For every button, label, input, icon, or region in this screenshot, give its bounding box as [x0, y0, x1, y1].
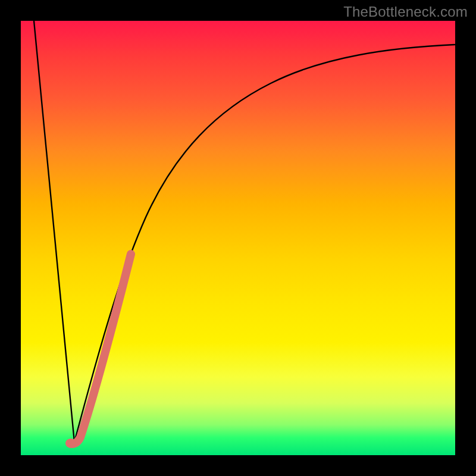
chart-frame: TheBottleneck.com [0, 0, 476, 476]
plot-area [21, 21, 455, 455]
curve-layer [21, 21, 455, 455]
highlight-endpoint-dot [66, 439, 76, 448]
curve-right-branch [74, 45, 455, 442]
curve-left-branch [34, 21, 74, 442]
watermark-text: TheBottleneck.com [343, 4, 468, 20]
